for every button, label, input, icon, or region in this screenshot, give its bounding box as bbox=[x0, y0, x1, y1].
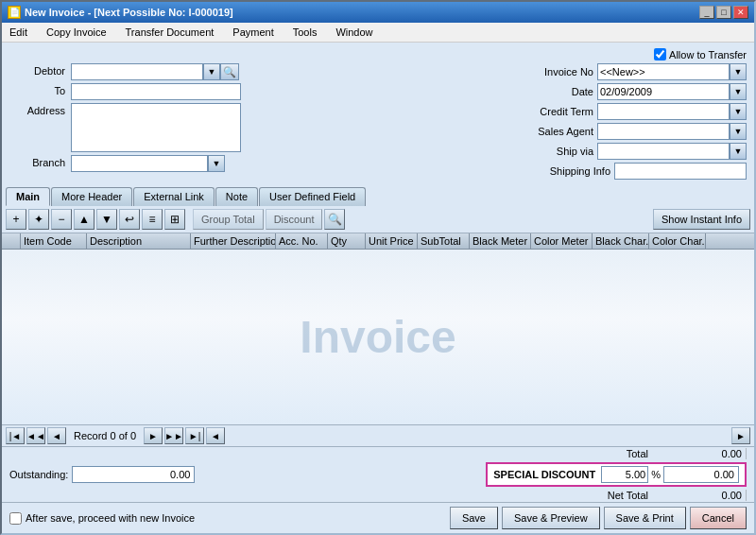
group-total-button[interactable]: Group Total bbox=[193, 209, 264, 230]
invoice-no-input[interactable] bbox=[597, 63, 730, 80]
th-subtotal: SubTotal bbox=[418, 233, 470, 249]
th-item-code: Item Code bbox=[21, 233, 87, 249]
show-instant-button[interactable]: Show Instant Info bbox=[653, 209, 750, 230]
menu-edit[interactable]: Edit bbox=[6, 25, 31, 40]
bottom-buttons: Save Save & Preview Save & Print Cancel bbox=[450, 507, 747, 529]
save-button[interactable]: Save bbox=[450, 507, 498, 529]
title-bar: 📄 New Invoice - [Next Possible No: I-000… bbox=[2, 2, 754, 23]
tab-user-defined[interactable]: User Defined Field bbox=[259, 187, 366, 206]
after-save-checkbox[interactable] bbox=[9, 512, 22, 525]
delete-row-button[interactable]: − bbox=[51, 209, 72, 230]
credit-term-dropdown-btn[interactable]: ▼ bbox=[730, 103, 747, 120]
sales-agent-label: Sales Agent bbox=[522, 126, 597, 137]
close-button[interactable]: ✕ bbox=[733, 6, 748, 19]
sales-agent-input[interactable] bbox=[597, 123, 730, 140]
menu-copy-invoice[interactable]: Copy Invoice bbox=[43, 25, 111, 40]
special-discount-input[interactable] bbox=[601, 466, 648, 483]
net-total-label: Net Total bbox=[576, 490, 652, 501]
debtor-dropdown-btn[interactable]: ▼ bbox=[203, 63, 220, 80]
special-discount-row: SPECIAL DISCOUNT % bbox=[486, 462, 747, 487]
move-down-button[interactable]: ▼ bbox=[96, 209, 117, 230]
tab-external-link[interactable]: External Link bbox=[133, 187, 215, 206]
discount-button[interactable]: Discount bbox=[266, 209, 323, 230]
credit-term-label: Credit Term bbox=[522, 106, 597, 117]
nav-scroll-right[interactable]: ► bbox=[731, 427, 750, 444]
th-unit-price: Unit Price bbox=[366, 233, 418, 249]
outstanding-input[interactable] bbox=[72, 466, 195, 483]
nav-next-page-button[interactable]: ►► bbox=[164, 427, 183, 444]
menu-bar: Edit Copy Invoice Transfer Document Paym… bbox=[2, 23, 754, 43]
address-input[interactable] bbox=[71, 103, 241, 152]
branch-label: Branch bbox=[9, 155, 71, 168]
ship-via-input[interactable] bbox=[597, 143, 730, 160]
grid-button[interactable]: ⊞ bbox=[164, 209, 185, 230]
date-input[interactable] bbox=[597, 83, 730, 100]
discount-outstanding-row: Outstanding: SPECIAL DISCOUNT % bbox=[2, 460, 754, 489]
nav-first-button[interactable]: |◄ bbox=[6, 427, 25, 444]
sales-agent-dropdown-btn[interactable]: ▼ bbox=[730, 123, 747, 140]
after-save-label: After save, proceed with new Invoice bbox=[9, 512, 195, 525]
debtor-search-btn[interactable]: 🔍 bbox=[220, 63, 239, 80]
address-label: Address bbox=[9, 103, 71, 116]
tab-main[interactable]: Main bbox=[6, 187, 50, 206]
to-label: To bbox=[9, 83, 71, 96]
insert-row-button[interactable]: ✦ bbox=[28, 209, 49, 230]
record-info: Record 0 of 0 bbox=[68, 430, 142, 441]
tab-more-header[interactable]: More Header bbox=[51, 187, 132, 206]
branch-input[interactable] bbox=[71, 155, 208, 172]
minimize-button[interactable]: _ bbox=[699, 6, 714, 19]
debtor-input[interactable] bbox=[71, 63, 203, 80]
menu-tools[interactable]: Tools bbox=[289, 25, 321, 40]
th-description: Description bbox=[87, 233, 191, 249]
th-checkbox bbox=[2, 233, 21, 249]
credit-term-input[interactable] bbox=[597, 103, 730, 120]
table-header: Item Code Description Further Descriptio… bbox=[2, 233, 754, 250]
undo-button[interactable]: ↩ bbox=[119, 209, 140, 230]
nav-prev-page-button[interactable]: ◄◄ bbox=[26, 427, 45, 444]
save-preview-button[interactable]: Save & Preview bbox=[502, 507, 600, 529]
net-total-area: Net Total 0.00 bbox=[2, 489, 754, 502]
allow-transfer-checkbox[interactable] bbox=[654, 48, 666, 60]
branch-dropdown-btn[interactable]: ▼ bbox=[208, 155, 225, 172]
special-discount-value-input[interactable] bbox=[663, 466, 739, 483]
th-color-char: Color Char... bbox=[649, 233, 706, 249]
percent-sign: % bbox=[648, 469, 663, 480]
cancel-button[interactable]: Cancel bbox=[690, 507, 747, 529]
date-dropdown-btn[interactable]: ▼ bbox=[730, 83, 747, 100]
search-button[interactable]: 🔍 bbox=[324, 209, 345, 230]
date-label: Date bbox=[522, 86, 597, 97]
net-total-value: 0.00 bbox=[652, 490, 747, 501]
total-area: Total 0.00 bbox=[2, 447, 754, 460]
ship-via-label: Ship via bbox=[522, 146, 597, 157]
debtor-label: Debtor bbox=[9, 63, 71, 77]
shipping-info-input[interactable] bbox=[614, 163, 747, 180]
app-icon: 📄 bbox=[8, 6, 21, 19]
menu-transfer-document[interactable]: Transfer Document bbox=[122, 25, 218, 40]
nav-next-button[interactable]: ► bbox=[144, 427, 163, 444]
allow-transfer-label: Allow to Transfer bbox=[654, 48, 747, 60]
total-value: 0.00 bbox=[652, 448, 747, 459]
nav-bar: |◄ ◄◄ ◄ Record 0 of 0 ► ►► ►| ◄ ► bbox=[2, 424, 754, 447]
to-input[interactable] bbox=[71, 83, 241, 100]
save-print-button[interactable]: Save & Print bbox=[604, 507, 686, 529]
maximize-button[interactable]: □ bbox=[716, 6, 731, 19]
invoice-no-dropdown-btn[interactable]: ▼ bbox=[730, 63, 747, 80]
total-label: Total bbox=[576, 448, 652, 459]
tab-note[interactable]: Note bbox=[215, 187, 258, 206]
add-row-button[interactable]: + bbox=[6, 209, 26, 230]
window-title: New Invoice - [Next Possible No: I-00001… bbox=[25, 7, 233, 18]
nav-last-button[interactable]: ►| bbox=[185, 427, 204, 444]
th-black-meter: Black Meter bbox=[470, 233, 531, 249]
watermark-text: Invoice bbox=[300, 311, 455, 363]
list-button[interactable]: ≡ bbox=[142, 209, 163, 230]
nav-extra-button[interactable]: ◄ bbox=[206, 427, 225, 444]
main-window: 📄 New Invoice - [Next Possible No: I-000… bbox=[0, 0, 756, 535]
outstanding-area: Outstanding: bbox=[9, 466, 195, 483]
nav-prev-button[interactable]: ◄ bbox=[47, 427, 66, 444]
menu-window[interactable]: Window bbox=[332, 25, 376, 40]
menu-payment[interactable]: Payment bbox=[229, 25, 277, 40]
ship-via-dropdown-btn[interactable]: ▼ bbox=[730, 143, 747, 160]
move-up-button[interactable]: ▲ bbox=[74, 209, 94, 230]
outstanding-label: Outstanding: bbox=[9, 469, 68, 480]
th-black-char: Black Char... bbox=[593, 233, 649, 249]
